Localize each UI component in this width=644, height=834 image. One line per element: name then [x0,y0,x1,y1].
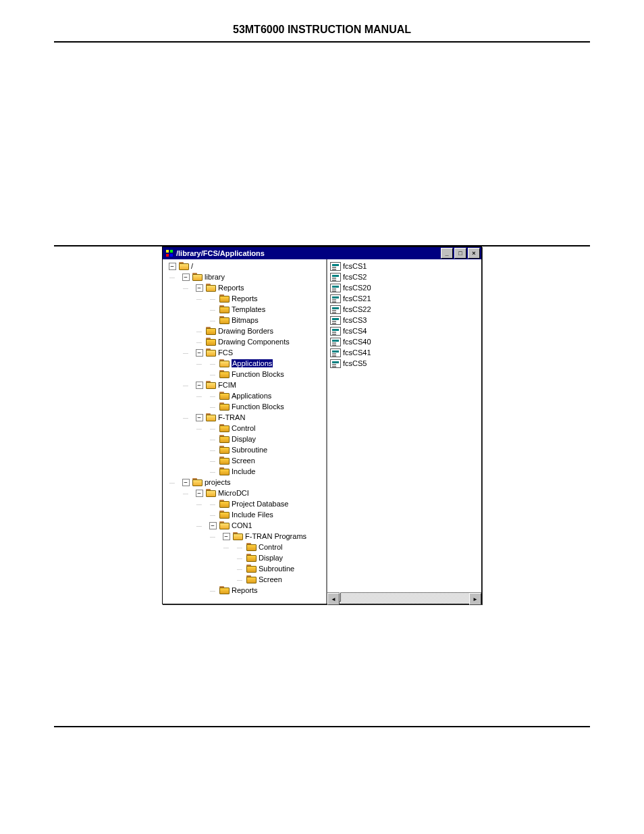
file-item[interactable]: fcsCS40 [330,336,479,347]
file-item[interactable]: fcsCS5 [330,358,479,369]
window-body: − / ⋅⋅⋅⋅ − library ⋅⋅⋅⋅ − [163,259,481,604]
tree-node-ftran-include[interactable]: ⋅⋅⋅⋅ Include [165,466,326,477]
tree-node-fcim-applications[interactable]: ⋅⋅⋅⋅⋅⋅⋅⋅ Applications [165,390,326,401]
folder-icon [219,500,230,508]
folder-icon [219,294,230,303]
close-button[interactable]: × [468,248,480,259]
folder-icon [219,402,230,411]
tree-node-drawing-components[interactable]: ⋅⋅⋅⋅ Drawing Components [165,336,326,347]
folder-icon [233,532,243,540]
folder-icon [219,359,230,367]
tree-node-project-database[interactable]: ⋅⋅⋅⋅⋅⋅⋅⋅ Project Database [165,498,326,509]
tree-node-fcs-function-blocks[interactable]: ⋅⋅⋅⋅ Function Blocks [165,369,326,380]
collapse-icon[interactable]: − [196,414,203,421]
scroll-thumb[interactable] [340,592,341,602]
window-title: /library/FCS/Applications [175,249,439,257]
file-label: fcsCS41 [343,348,371,357]
folder-icon [219,586,230,594]
tree-node-drawing-borders[interactable]: ⋅⋅⋅⋅ Drawing Borders [165,325,326,336]
folder-icon [219,370,230,378]
document-page: 53MT6000 INSTRUCTION MANUAL /library/FCS… [0,0,644,834]
collapse-icon[interactable]: − [196,382,203,389]
folder-icon [206,381,216,389]
tree-node-ftran-control[interactable]: ⋅⋅⋅⋅⋅⋅⋅⋅ Control [165,423,326,434]
file-label: fcsCS21 [343,294,371,303]
tree-node-fcs[interactable]: ⋅⋅⋅⋅ − FCS [165,347,326,358]
folder-icon [246,575,257,583]
tree-node-con1[interactable]: ⋅⋅⋅⋅ − CON1 [165,520,326,531]
tree-node-ftran-subroutine[interactable]: ⋅⋅⋅⋅ Subroutine [165,444,326,455]
document-icon [330,284,341,292]
file-label: fcsCS3 [343,316,367,324]
page-header: 53MT6000 INSTRUCTION MANUAL [54,24,590,41]
file-label: fcsCS22 [343,305,371,313]
tree-node-include-files[interactable]: ⋅⋅⋅⋅ Include Files [165,509,326,520]
tree-node-ftran-display[interactable]: ⋅⋅⋅⋅ Display [165,434,326,444]
folder-icon [219,435,230,443]
collapse-icon[interactable]: − [223,533,230,540]
tree-node-microdci[interactable]: ⋅⋅⋅⋅ − MicroDCI [165,488,326,498]
collapse-icon[interactable]: − [196,284,203,292]
document-icon [330,338,341,346]
file-item[interactable]: fcsCS2 [330,271,479,282]
tree-node-con1-subroutine[interactable]: ⋅⋅⋅⋅ Subroutine [165,563,326,574]
tree-node-con1-reports[interactable]: ⋅⋅⋅⋅ Reports [165,585,326,596]
folder-icon [206,327,216,335]
tree-node-projects[interactable]: ⋅⋅⋅⋅ − projects [165,477,326,488]
folder-icon [206,284,216,292]
tree-node-reports-sub[interactable]: ⋅⋅⋅⋅⋅⋅⋅⋅ Reports [165,293,326,304]
file-item[interactable]: fcsCS3 [330,315,479,325]
collapse-icon[interactable]: − [196,490,203,497]
collapse-icon[interactable]: − [169,263,176,270]
folder-icon [206,489,216,497]
tree-node-con1-display[interactable]: ⋅⋅⋅⋅ Display [165,552,326,563]
svg-rect-0 [166,250,169,253]
scroll-right-button[interactable]: ► [469,593,481,605]
file-item[interactable]: fcsCS22 [330,304,479,315]
scroll-track[interactable] [340,593,469,604]
document-icon [330,359,341,368]
folder-icon [192,273,203,281]
app-icon [164,248,175,259]
folder-icon [219,457,230,465]
tree-node-ftran-programs[interactable]: ⋅⋅⋅⋅ − F-TRAN Programs [165,531,326,542]
scroll-left-button[interactable]: ◄ [327,593,340,605]
tree-node-fcim-function-blocks[interactable]: ⋅⋅⋅⋅ Function Blocks [165,401,326,412]
collapse-icon[interactable]: − [196,349,203,357]
collapse-icon[interactable]: − [182,273,190,281]
file-item[interactable]: fcsCS4 [330,325,479,336]
titlebar[interactable]: /library/FCS/Applications _ □ × [163,247,481,259]
document-icon [330,316,341,325]
document-icon [330,305,341,314]
tree-node-templates[interactable]: ⋅⋅⋅⋅ Templates [165,304,326,315]
tree-node-reports[interactable]: ⋅⋅⋅⋅ − Reports [165,282,326,293]
document-icon [330,273,341,282]
file-item[interactable]: fcsCS41 [330,347,479,358]
tree-node-ftran-screen[interactable]: ⋅⋅⋅⋅ Screen [165,455,326,466]
file-item[interactable]: fcsCS21 [330,293,479,304]
tree-node-fcs-applications[interactable]: ⋅⋅⋅⋅⋅⋅⋅⋅ Applications [165,358,326,369]
folder-icon [219,305,230,313]
tree-node-con1-screen[interactable]: ⋅⋅⋅⋅ Screen [165,574,326,585]
minimize-button[interactable]: _ [441,248,453,259]
tree-node-root[interactable]: − / [165,261,326,271]
file-list-pane: fcsCS1fcsCS2fcsCS20fcsCS21fcsCS22fcsCS3f… [327,259,481,604]
document-icon [330,348,341,357]
file-item[interactable]: fcsCS20 [330,282,479,293]
horizontal-scrollbar[interactable]: ◄ ► [327,592,481,604]
file-label: fcsCS1 [343,262,367,270]
collapse-icon[interactable]: − [209,522,217,529]
collapse-icon[interactable]: − [182,479,190,486]
tree-node-fcim[interactable]: ⋅⋅⋅⋅ − FCIM [165,380,326,390]
folder-icon [219,392,230,400]
tree-node-ftran[interactable]: ⋅⋅⋅⋅ − F-TRAN [165,412,326,423]
tree-node-library[interactable]: ⋅⋅⋅⋅ − library [165,271,326,282]
svg-rect-1 [170,250,173,253]
file-item[interactable]: fcsCS1 [330,261,479,271]
tree-node-con1-control[interactable]: ⋅⋅⋅⋅⋅⋅⋅⋅ Control [165,542,326,552]
maximize-button[interactable]: □ [454,248,466,259]
document-icon [330,294,341,303]
svg-rect-2 [166,254,169,257]
tree-node-bitmaps[interactable]: ⋅⋅⋅⋅ Bitmaps [165,315,326,325]
folder-icon [219,521,230,529]
